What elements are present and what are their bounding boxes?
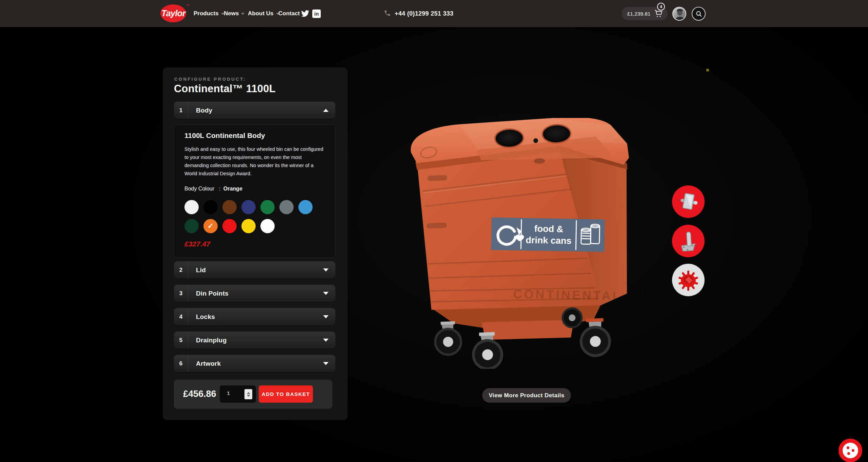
accordion-body[interactable]: 1 Body xyxy=(174,102,335,119)
search-icon xyxy=(695,11,702,17)
colour-swatch-orange-selected[interactable]: ✓ xyxy=(203,219,218,233)
chevron-down-icon xyxy=(241,13,244,15)
colour-swatch-yellow[interactable] xyxy=(241,219,256,233)
accordion-label: Body xyxy=(196,107,212,114)
quantity-input[interactable]: 1 xyxy=(220,385,256,403)
accordion-step-number: 1 xyxy=(174,102,188,119)
svg-text:CONTINENTAL 1100: CONTINENTAL 1100 xyxy=(513,287,647,304)
account-avatar[interactable] xyxy=(672,7,686,21)
basket-count-badge: 4 xyxy=(657,3,665,11)
colour-swatch-white[interactable] xyxy=(260,219,275,233)
colour-swatch-row-1 xyxy=(184,200,313,214)
product-3d-render[interactable]: CONTINENTAL 1100 food & drink cans xyxy=(410,118,647,369)
body-colour-label: Body Colour xyxy=(184,186,214,192)
phone-link[interactable]: +44 (0)1299 251 333 xyxy=(384,0,453,27)
body-option-description: Stylish and easy to use, this four wheel… xyxy=(184,145,324,178)
accordion-din-points[interactable]: 3 Din Points xyxy=(174,285,335,302)
part-hotspot-bracket-button[interactable] xyxy=(672,225,705,257)
part-hotspot-lock-button[interactable] xyxy=(672,185,705,218)
phone-icon xyxy=(384,9,391,18)
top-navigation-bar: Taylor ™ Products News About Us Contact … xyxy=(0,0,868,27)
accordion-step-number: 4 xyxy=(174,308,188,325)
total-price: £456.86 xyxy=(183,389,216,399)
nav-item-label: News xyxy=(224,10,239,17)
accordion-step-number: 5 xyxy=(174,332,188,349)
accordion-label: Lid xyxy=(196,266,206,274)
view-more-details-button[interactable]: View More Product Details xyxy=(482,388,571,403)
basket-total: £1,239.81 xyxy=(627,11,651,17)
colour-swatch-row-2: ✓ xyxy=(184,219,275,233)
colour-swatch-navy[interactable] xyxy=(241,200,256,214)
colour-swatch-light-grey[interactable] xyxy=(184,200,199,214)
body-option-heading: 1100L Continental Body xyxy=(184,132,265,140)
basket-cart-icon xyxy=(654,9,664,19)
accordion-step-number: 6 xyxy=(174,355,188,372)
colour-swatch-grey[interactable] xyxy=(279,200,294,214)
colour-swatch-light-blue[interactable] xyxy=(298,200,313,214)
search-button[interactable] xyxy=(692,7,706,21)
nav-item-products[interactable]: Products xyxy=(194,0,224,27)
colour-swatch-dark-green[interactable] xyxy=(184,219,199,233)
taylor-logo-text: Taylor xyxy=(161,8,185,19)
add-to-basket-button[interactable]: ADD TO BASKET xyxy=(259,385,313,403)
chevron-down-icon xyxy=(323,292,329,295)
accordion-step-number: 3 xyxy=(174,285,188,302)
chevron-down-icon xyxy=(323,362,329,365)
bin-label-line2: drink cans xyxy=(526,235,572,246)
colour-swatch-red[interactable] xyxy=(222,219,237,233)
bin-label-line1: food & xyxy=(534,224,563,234)
body-option-price: £327.47 xyxy=(184,240,210,248)
nav-item-about-us[interactable]: About Us xyxy=(248,0,279,27)
colour-swatch-green[interactable] xyxy=(260,200,275,214)
quantity-stepper[interactable] xyxy=(244,389,252,399)
quantity-spin-down[interactable] xyxy=(247,395,250,397)
accordion-step-number: 2 xyxy=(174,261,188,279)
live-chat-button[interactable] xyxy=(839,439,862,462)
colour-swatch-black[interactable] xyxy=(203,200,218,214)
accordion-drainplug[interactable]: 5 Drainplug xyxy=(174,332,335,349)
accordion-label: Drainplug xyxy=(196,337,226,344)
chevron-down-icon xyxy=(323,339,329,342)
chat-bubble-icon xyxy=(843,443,858,458)
body-colour-colon: : xyxy=(219,186,220,192)
chevron-down-icon xyxy=(323,315,329,318)
product-configurator-panel: CONFIGURE PRODUCT: Continental™ 1100L 1 … xyxy=(163,67,348,420)
accordion-locks[interactable]: 4 Locks xyxy=(174,308,335,325)
body-option-card: 1100L Continental Body Stylish and easy … xyxy=(174,124,335,258)
lock-part-icon xyxy=(678,191,699,212)
quantity-value: 1 xyxy=(227,391,230,397)
accordion-label: Artwork xyxy=(196,360,221,367)
trademark-symbol: ™ xyxy=(186,4,190,7)
nav-item-news[interactable]: News xyxy=(224,0,244,27)
twitter-icon[interactable] xyxy=(301,0,309,27)
configurator-footer: £456.86 1 ADD TO BASKET xyxy=(174,380,332,409)
accordion-artwork[interactable]: 6 Artwork xyxy=(174,355,335,372)
part-hotspot-drainplug-button[interactable] xyxy=(672,264,705,296)
nav-item-label: Contact xyxy=(278,10,300,17)
body-colour-value: Orange xyxy=(223,186,242,192)
bracket-part-icon xyxy=(678,230,698,252)
drainplug-part-icon xyxy=(677,269,699,291)
phone-number: +44 (0)1299 251 333 xyxy=(395,10,453,17)
chevron-down-icon xyxy=(323,268,329,272)
taylor-logo[interactable]: Taylor ™ xyxy=(160,4,186,22)
accordion-label: Locks xyxy=(196,313,215,321)
accordion-label: Din Points xyxy=(196,290,229,297)
scene-light-dot xyxy=(706,69,709,72)
body-colour-line: Body Colour : Orange xyxy=(184,186,242,192)
nav-item-label: About Us xyxy=(248,10,274,17)
selected-check-icon: ✓ xyxy=(203,219,218,233)
nav-item-label: Products xyxy=(194,10,219,17)
accordion-lid[interactable]: 2 Lid xyxy=(174,261,335,279)
nav-item-contact[interactable]: Contact xyxy=(278,0,300,27)
quantity-spin-up[interactable] xyxy=(247,392,250,394)
chevron-up-icon xyxy=(323,109,329,112)
configure-product-eyebrow: CONFIGURE PRODUCT: xyxy=(174,77,246,82)
linkedin-icon[interactable]: in xyxy=(312,0,321,27)
colour-swatch-brown[interactable] xyxy=(222,200,237,214)
product-title: Continental™ 1100L xyxy=(174,83,276,95)
